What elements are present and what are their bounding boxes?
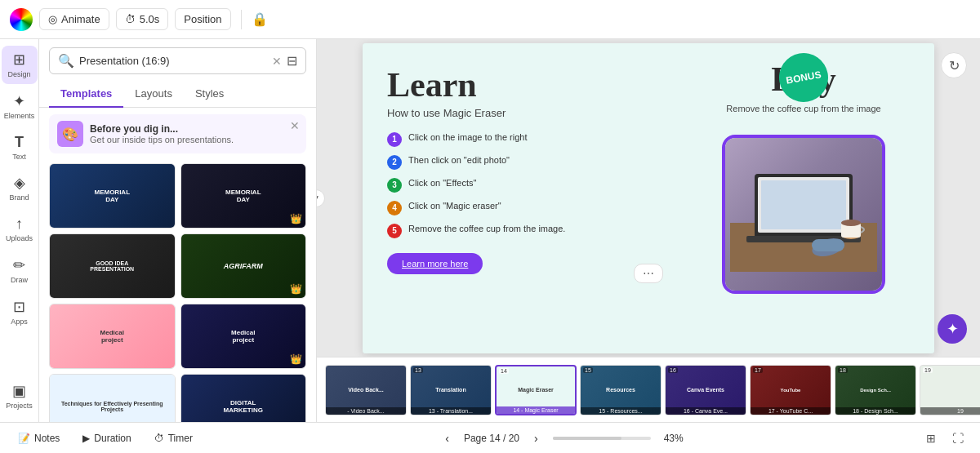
lock-icon[interactable]: 🔒 [252, 11, 268, 27]
banner-title: Before you dig in... [90, 123, 298, 135]
draw-icon: ✏ [13, 256, 25, 274]
template-thumb[interactable]: Medicalproject 👑 [180, 304, 307, 369]
crown-icon: 👑 [290, 283, 302, 295]
slide-step-1: 1 Click on the image to the right [387, 132, 648, 147]
main-layout: ⊞ Design ✦ Elements T Text ◈ Brand ↑ Upl… [0, 39, 980, 422]
sidebar-item-uploads[interactable]: ↑ Uploads [2, 211, 38, 248]
film-label: 18 - Design Sch... [835, 407, 915, 415]
view-buttons: ⊞ ⛶ [920, 429, 970, 448]
banner-close-button[interactable]: ✕ [290, 119, 300, 132]
hide-panel-button[interactable]: ▼ [317, 189, 325, 207]
left-sidebar: ⊞ Design ✦ Elements T Text ◈ Brand ↑ Upl… [0, 39, 39, 422]
template-thumb[interactable]: DIGITALMARKETING 👑 [180, 374, 307, 422]
sidebar-item-projects[interactable]: ▣ Projects [2, 377, 38, 415]
sidebar-item-design[interactable]: ⊞ Design [2, 46, 38, 84]
tab-layouts[interactable]: Layouts [123, 81, 184, 108]
search-clear-icon[interactable]: ✕ [272, 55, 282, 68]
template-row: Techniques for Effectively Presenting Pr… [49, 374, 306, 422]
sidebar-item-draw[interactable]: ✏ Draw [2, 251, 38, 290]
slide-learn-title: Learn [387, 68, 648, 102]
timer-button[interactable]: ⏱ Timer [146, 429, 201, 447]
film-number: 18 [838, 367, 848, 373]
timer-icon: ⏱ [154, 433, 164, 444]
sidebar-item-elements[interactable]: ✦ Elements [2, 87, 38, 126]
slide-steps-list: 1 Click on the image to the right 2 Then… [387, 132, 648, 238]
page-info: Page 14 / 20 [464, 433, 519, 444]
top-toolbar: ◎ Animate ⏱ 5.0s Position 🔒 [0, 0, 980, 39]
canvas-container: ▼ Learn How to use Magic Eraser 1 Click … [317, 39, 980, 357]
step-number-5: 5 [387, 224, 402, 238]
tab-templates[interactable]: Templates [49, 81, 123, 108]
notes-icon: 📝 [18, 433, 30, 444]
film-thumb[interactable]: Video Back... - Video Back... [325, 365, 407, 415]
film-number: 13 [413, 367, 423, 373]
slide-step-3: 3 Click on "Effects" [387, 178, 648, 193]
template-thumb[interactable]: GOOD IDEAPRESENTATION [49, 233, 176, 299]
step-text-2: Then click on "edit photo" [408, 155, 510, 165]
slide-step-5: 5 Remove the coffee cup from the image. [387, 224, 648, 238]
projects-icon: ▣ [12, 382, 26, 400]
slide-step-2: 2 Then click on "edit photo" [387, 155, 648, 170]
color-swatch[interactable] [10, 8, 33, 31]
step-number-2: 2 [387, 155, 402, 170]
prev-page-button[interactable]: ‹ [437, 429, 457, 448]
search-input[interactable] [79, 55, 267, 67]
elements-icon: ✦ [13, 92, 25, 110]
film-thumb[interactable]: 18 Design Sch... 18 - Design Sch... [835, 365, 916, 415]
canvas-slide[interactable]: Learn How to use Magic Eraser 1 Click on… [363, 43, 934, 353]
crown-icon: 👑 [290, 353, 302, 365]
collapse-filmstrip-button[interactable]: ⋯ [634, 264, 663, 283]
fullscreen-button[interactable]: ⛶ [946, 429, 970, 448]
film-thumb[interactable]: 16 Canva Events 16 - Canva Eve... [665, 365, 746, 415]
duration-button[interactable]: ▶ Duration [74, 429, 139, 447]
filter-icon[interactable]: ⊟ [287, 53, 297, 69]
film-label: 16 - Canva Eve... [666, 407, 746, 415]
slide-left-panel: Learn How to use Magic Eraser 1 Click on… [363, 43, 673, 353]
film-thumb-active[interactable]: 14 Magic Eraser 14 - Magic Eraser [495, 365, 577, 415]
film-thumb[interactable]: 13 Translation 13 - Translation... [410, 365, 492, 415]
uploads-icon: ↑ [16, 215, 23, 233]
zoom-level: 43% [664, 433, 684, 444]
template-thumb[interactable]: MEMORIALDAY [49, 163, 176, 229]
template-thumb[interactable]: Medicalproject [49, 304, 176, 369]
info-banner: 🎨 Before you dig in... Get our inside ti… [49, 114, 306, 153]
notes-button[interactable]: 📝 Notes [10, 429, 68, 447]
progress-fill [553, 437, 621, 440]
sidebar-item-text[interactable]: T Text [2, 129, 38, 167]
film-thumb[interactable]: 19 19 [920, 365, 980, 415]
template-row: GOOD IDEAPRESENTATION AGRIFARM 👑 [49, 233, 306, 299]
slide-right-panel: Play Remove the coffee cup from the imag… [673, 43, 934, 353]
progress-track [553, 437, 651, 440]
sidebar-item-apps[interactable]: ⊡ Apps [2, 293, 38, 331]
position-button[interactable]: Position [175, 8, 230, 30]
panel-tabs: Templates Layouts Styles [39, 81, 316, 108]
duration-button[interactable]: ⏱ 5.0s [116, 8, 169, 30]
film-label: 19 [920, 407, 980, 415]
animate-icon: ◎ [48, 13, 57, 25]
animate-button[interactable]: ◎ Animate [39, 8, 109, 30]
grid-view-button[interactable]: ⊞ [920, 429, 942, 448]
film-number: 15 [583, 367, 593, 373]
templates-panel: 🔍 ✕ ⊟ Templates Layouts Styles 🎨 Before … [39, 39, 317, 422]
refresh-button[interactable]: ↻ [941, 52, 967, 78]
canvas-area: ▼ Learn How to use Magic Eraser 1 Click … [317, 39, 980, 422]
template-thumb[interactable]: MEMORIALDAY 👑 [180, 163, 307, 229]
film-thumb[interactable]: 17 YouTube 17 - YouTube C... [750, 365, 831, 415]
film-label: 13 - Translation... [411, 407, 491, 415]
sidebar-item-brand[interactable]: ◈ Brand [2, 169, 38, 207]
magic-button[interactable]: ✦ [938, 314, 967, 344]
laptop-image-box [722, 135, 885, 294]
search-bar: 🔍 ✕ ⊟ [49, 47, 306, 74]
tab-styles[interactable]: Styles [184, 81, 235, 108]
learn-more-button[interactable]: Learn more here [387, 253, 483, 274]
text-icon: T [15, 134, 24, 151]
duration-icon: ▶ [82, 433, 90, 444]
template-thumb[interactable]: Techniques for Effectively Presenting Pr… [49, 374, 176, 422]
next-page-button[interactable]: › [526, 429, 546, 448]
apps-icon: ⊡ [13, 298, 25, 316]
template-row: Medicalproject Medicalproject 👑 [49, 304, 306, 369]
banner-icon: 🎨 [57, 121, 83, 147]
filmstrip: Video Back... - Video Back... 13 Transla… [317, 357, 980, 422]
template-thumb[interactable]: AGRIFARM 👑 [180, 233, 307, 299]
film-thumb[interactable]: 15 Resources 15 - Resources... [580, 365, 662, 415]
